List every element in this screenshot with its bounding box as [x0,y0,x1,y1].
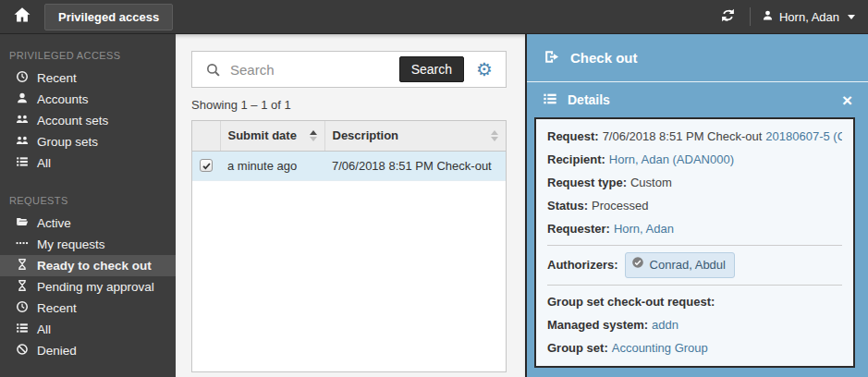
column-header-submit-date[interactable]: Submit date [220,121,324,151]
field-link[interactable]: addn [652,318,679,332]
app-window: Privileged access Horn, Adan PRIVILEGED … [0,0,868,377]
sidebar-item-recent-requests[interactable]: Recent [0,298,176,319]
sidebar-item-label: Active [37,216,71,230]
field-value: Processed [592,199,648,213]
table-row[interactable]: a minute ago 7/06/2018 8:51 PM Check-out [192,151,506,180]
ellipsis-icon [16,237,29,252]
sidebar-gap [0,174,176,187]
field-link[interactable]: Horn, Adan (ADAN000) [609,152,734,166]
field-value: Custom [630,176,672,189]
divider [547,245,842,246]
chevron-down-icon [848,15,855,19]
field-label: Status: [547,199,588,213]
search-icon [205,62,221,78]
detail-group-set: Group set:Accounting Group [547,336,842,359]
field-label: Group set check-out request: [547,295,715,309]
detail-group-set-request: Group set check-out request: [547,290,842,313]
detail-requester: Requester:Horn, Adan [547,217,842,240]
results-table: Submit date Description [192,121,506,181]
refresh-icon [720,10,736,26]
sidebar-item-label: Account sets [37,114,108,128]
refresh-button[interactable] [720,7,739,26]
field-label: Recipient: [547,152,605,166]
sidebar-item-label: All [37,156,51,170]
results-table-container: Submit date Description [191,120,507,372]
search-box: Search ⚙ [191,51,507,88]
search-input[interactable] [230,62,399,78]
home-icon [13,6,31,28]
check-out-icon [543,48,560,68]
sidebar-item-label: Group sets [37,135,98,149]
sidebar-item-label: Accounts [37,92,89,106]
column-header-checkbox[interactable] [192,121,220,151]
sidebar-section-requests: REQUESTS [0,187,176,213]
sidebar-item-my-requests[interactable]: My requests [0,234,176,255]
cell-description: 7/06/2018 8:51 PM Check-out [324,151,506,180]
sort-asc-icon [310,130,317,141]
detail-request: Request:7/06/2018 8:51 PM Check-out20180… [547,125,842,148]
main-panel: Search ⚙ Showing 1 – 1 of 1 Submit date [176,34,525,377]
privileged-access-button[interactable]: Privileged access [44,4,173,30]
field-label: Managed system: [547,318,648,332]
users-icon [16,113,29,128]
hourglass-icon [16,279,29,295]
sidebar-item-recent[interactable]: Recent [0,67,176,89]
search-button[interactable]: Search [399,56,464,82]
panel-title: Check out [570,50,638,66]
sidebar-item-active[interactable]: Active [0,213,176,234]
row-checkbox[interactable] [200,159,213,172]
user-menu[interactable]: Horn, Adan [762,9,855,24]
sidebar-item-group-sets[interactable]: Group sets [0,131,176,152]
list-icon [16,322,29,337]
field-label: Request type: [547,176,627,189]
list-icon [16,155,29,171]
close-icon[interactable]: × [842,91,852,109]
topbar: Privileged access Horn, Adan [0,0,868,34]
home-button[interactable] [12,6,32,27]
field-label: Authorizers: [547,255,618,275]
detail-status: Status:Processed [547,194,842,217]
authorizer-name: Conrad, Abdul [650,255,726,275]
authorizer-badge[interactable]: Conrad, Abdul [625,252,735,278]
sidebar-item-all-access[interactable]: All [0,152,176,174]
details-header: Details × [527,82,868,117]
check-circle-icon [631,255,644,275]
checkout-panel: Check out Details × Request:7/06/2018 8:… [525,34,868,377]
sidebar-item-label: Pending my approval [37,280,154,294]
sidebar-item-pending-my-approval[interactable]: Pending my approval [0,276,176,298]
sidebar-item-ready-to-check-out[interactable]: Ready to check out [0,255,176,276]
user-icon [16,91,29,107]
field-link[interactable]: 20180607-5 (Custom [765,129,842,143]
sidebar-item-accounts[interactable]: Accounts [0,89,176,110]
sidebar-item-all-requests[interactable]: All [0,319,176,340]
ban-icon [16,343,29,359]
users-icon [16,134,29,150]
field-label: Group set: [547,341,608,355]
field-label: Requester: [547,222,610,236]
details-box: Request:7/06/2018 8:51 PM Check-out20180… [534,117,855,368]
user-icon [762,9,774,24]
sidebar-item-denied[interactable]: Denied [0,340,176,361]
field-label: Request: [547,129,599,143]
topbar-divider [750,7,751,26]
sidebar-item-label: Recent [37,301,77,315]
detail-recipient: Recipient:Horn, Adan (ADAN000) [547,148,842,171]
detail-request-type: Request type:Custom [547,171,842,194]
folder-open-icon [16,215,29,231]
sidebar-item-label: Denied [37,344,77,358]
sort-icon [491,130,498,141]
sidebar-item-label: My requests [37,237,105,251]
field-link[interactable]: Horn, Adan [614,222,674,236]
sidebar-item-label: Recent [37,71,77,85]
clock-icon [16,300,29,316]
hourglass-icon [16,258,29,274]
checkout-panel-header: Check out [527,34,868,82]
sidebar-item-label: All [37,322,51,336]
sidebar-item-account-sets[interactable]: Account sets [0,110,176,131]
sidebar-item-label: Ready to check out [37,259,152,273]
divider [547,285,842,286]
gear-icon[interactable]: ⚙ [476,60,493,79]
column-header-description[interactable]: Description [324,121,506,151]
field-link[interactable]: Accounting Group [612,341,708,355]
column-label: Submit date [228,128,306,142]
